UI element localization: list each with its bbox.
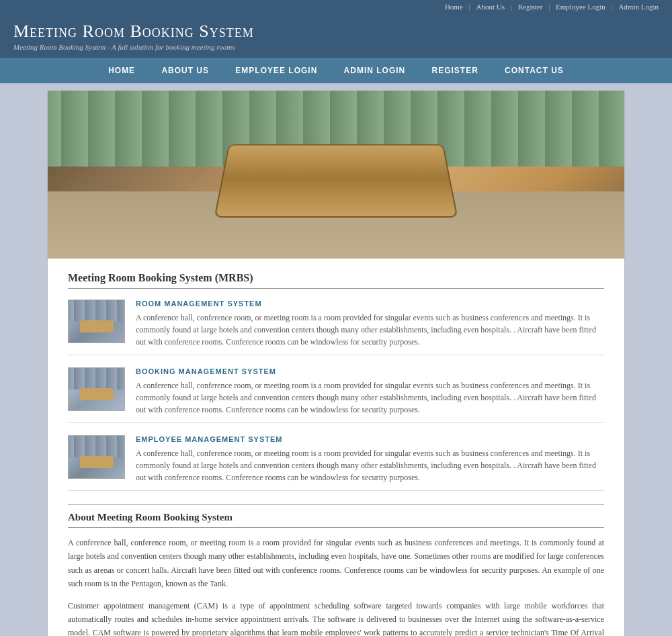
- nav-employee[interactable]: EMPLOYEE LOGIN: [223, 58, 329, 83]
- site-header: Meeting Room Booking System Meeting Room…: [0, 13, 672, 58]
- thumb-table: [80, 320, 114, 332]
- feature-title-room: ROOM MANAGEMENT SYSTEM: [136, 300, 604, 308]
- section-title: Meeting Room Booking System (MRBS): [68, 272, 604, 289]
- feature-desc-employee: A conference hall, conference room, or m…: [136, 447, 604, 484]
- site-title: Meeting Room Booking System: [13, 21, 659, 42]
- employee-top-link[interactable]: Employee Login: [556, 3, 605, 11]
- nav-about[interactable]: ABOUT US: [149, 58, 221, 83]
- nav-contact[interactable]: CONTACT US: [493, 58, 576, 83]
- feature-image-booking: [68, 367, 125, 411]
- main-wrapper: Meeting Room Booking System (MRBS) ROOM …: [47, 90, 625, 636]
- feature-desc-booking: A conference hall, conference room, or m…: [136, 379, 604, 416]
- feature-item-room: ROOM MANAGEMENT SYSTEM A conference hall…: [68, 300, 604, 355]
- main-nav: HOME ABOUT US EMPLOYEE LOGIN ADMIN LOGIN…: [0, 58, 672, 83]
- feature-item-employee: EMPLOYEE MANAGEMENT SYSTEM A conference …: [68, 435, 604, 491]
- thumb-table-3: [80, 456, 114, 468]
- about-para-2: Customer appointment management (CAM) is…: [68, 599, 604, 636]
- feature-text-booking: BOOKING MANAGEMENT SYSTEM A conference h…: [136, 367, 604, 416]
- admin-top-link[interactable]: Admin Login: [618, 3, 659, 11]
- home-top-link[interactable]: Home: [445, 3, 463, 11]
- feature-image-room: [68, 300, 125, 343]
- nav-register[interactable]: REGISTER: [419, 58, 490, 83]
- feature-text-employee: EMPLOYEE MANAGEMENT SYSTEM A conference …: [136, 435, 604, 484]
- about-para-1: A conference hall, conference room, or m…: [68, 536, 604, 591]
- hero-image: [48, 91, 624, 259]
- nav-home[interactable]: HOME: [96, 58, 147, 83]
- sep1: |: [469, 3, 470, 11]
- about-top-link[interactable]: About Us: [476, 3, 505, 11]
- hero-banner: [48, 91, 624, 259]
- feature-desc-room: A conference hall, conference room, or m…: [136, 312, 604, 348]
- feature-item-booking: BOOKING MANAGEMENT SYSTEM A conference h…: [68, 367, 604, 423]
- sep2: |: [511, 3, 512, 11]
- about-section: About Meeting Room Booking System A conf…: [68, 504, 604, 636]
- sep3: |: [548, 3, 550, 11]
- feature-image-employee: [68, 435, 125, 479]
- thumb-wall: [69, 300, 124, 322]
- register-top-link[interactable]: Register: [518, 3, 543, 11]
- feature-text-room: ROOM MANAGEMENT SYSTEM A conference hall…: [136, 300, 604, 348]
- thumb-wall-2: [69, 368, 124, 390]
- nav-admin[interactable]: ADMIN LOGIN: [332, 58, 418, 83]
- content-area: Meeting Room Booking System (MRBS) ROOM …: [48, 259, 624, 636]
- feature-title-booking: BOOKING MANAGEMENT SYSTEM: [136, 367, 604, 375]
- site-subtitle: Meeting Room Booking System - A full sol…: [13, 43, 659, 51]
- thumb-table-2: [80, 388, 114, 400]
- sep4: |: [611, 3, 612, 11]
- thumb-wall-3: [69, 436, 124, 457]
- room-table-decor: [214, 144, 458, 218]
- about-title: About Meeting Room Booking System: [68, 512, 604, 528]
- feature-title-employee: EMPLOYEE MANAGEMENT SYSTEM: [136, 435, 604, 443]
- top-bar: Home | About Us | Register | Employee Lo…: [0, 0, 672, 13]
